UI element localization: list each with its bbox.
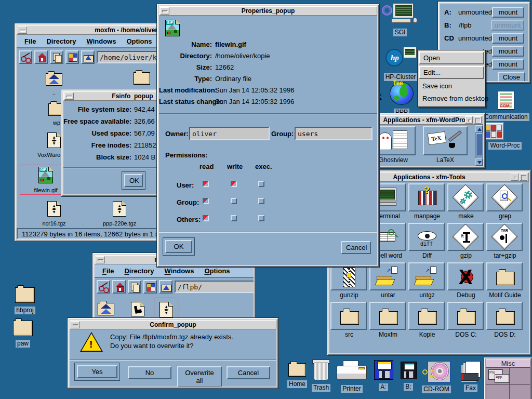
iconify-button[interactable]: [465, 116, 473, 124]
mount-button[interactable]: mount: [492, 46, 524, 57]
mount-button[interactable]: mount: [492, 33, 524, 44]
file-icon[interactable]: [131, 302, 144, 316]
path-input[interactable]: [175, 281, 254, 293]
menu-item[interactable]: Directory: [124, 267, 154, 275]
menu-item[interactable]: File: [102, 267, 114, 275]
perm-group-write-checkbox[interactable]: [231, 198, 237, 204]
desktop-icon-fax[interactable]: Fax: [457, 361, 484, 392]
context-menu-item[interactable]: Save icon: [419, 81, 484, 91]
menu-item[interactable]: Options: [204, 267, 230, 275]
group-field[interactable]: [295, 127, 373, 140]
up-directory-button[interactable]: [81, 50, 95, 64]
app-button[interactable]: Motif Guide: [486, 262, 524, 299]
file-item-folder[interactable]: [125, 72, 158, 87]
scroll-up-arrow[interactable]: [475, 125, 483, 132]
up-directory-button[interactable]: [159, 280, 172, 294]
desktop-icon-word-proc[interactable]: Word-Proc: [483, 123, 527, 150]
app-button[interactable]: Debug: [447, 262, 485, 299]
app-button[interactable]: gunzip: [330, 262, 368, 299]
context-menu-item[interactable]: Edit...: [419, 66, 484, 79]
context-menu-item[interactable]: Remove from desktop: [419, 93, 484, 104]
perm-others-read-checkbox[interactable]: [203, 215, 209, 221]
perm-user-read-checkbox[interactable]: [203, 181, 209, 187]
titlebar[interactable]: Confirm_popup: [70, 320, 276, 329]
ok-button[interactable]: OK: [124, 174, 143, 187]
window-menu-button[interactable]: [96, 256, 105, 263]
app-button[interactable]: manpage: [408, 183, 446, 220]
desktop-icon-floppy-b[interactable]: B:: [395, 362, 422, 391]
scroll-down-arrow[interactable]: [475, 158, 483, 166]
desktop-icon-printer[interactable]: Printer: [335, 361, 369, 393]
perm-others-write-checkbox[interactable]: [231, 215, 237, 221]
desktop-icon-ppp[interactable]: PPP: [389, 82, 415, 116]
menu-item[interactable]: Windows: [165, 267, 194, 275]
overwrite-all-button[interactable]: Overwrite all: [177, 366, 222, 387]
app-button[interactable]: Moxfm: [369, 302, 407, 338]
cancel-button[interactable]: Cancel: [341, 241, 371, 254]
window-menu-button[interactable]: [18, 26, 27, 34]
app-button[interactable]: untgz: [408, 262, 446, 299]
cancel-button[interactable]: Cancel: [227, 366, 270, 379]
scroll-thumb[interactable]: [476, 134, 482, 155]
app-button[interactable]: make: [447, 183, 485, 220]
window-menu-button[interactable]: [160, 7, 169, 15]
windows-button[interactable]: [143, 280, 157, 294]
copy-button[interactable]: [128, 280, 141, 294]
perm-user-write-checkbox[interactable]: [231, 181, 237, 187]
perm-user-exec-checkbox[interactable]: [258, 181, 264, 187]
perm-others-exec-checkbox[interactable]: [258, 215, 264, 221]
up-folder-icon[interactable]: [98, 303, 114, 315]
file-item-ncr16[interactable]: ncr16.tgz: [37, 201, 71, 227]
app-button[interactable]: src: [330, 302, 368, 338]
menu-item[interactable]: File: [24, 37, 36, 45]
window-menu-button[interactable]: [64, 92, 74, 100]
home-button[interactable]: [34, 50, 48, 64]
file-item-filewin[interactable]: filewin.gif: [29, 167, 62, 193]
copy-button[interactable]: [50, 50, 63, 64]
desktop-icon-communication[interactable]: Communication: [481, 91, 531, 121]
menu-item[interactable]: Options: [126, 37, 152, 45]
maximize-button[interactable]: [474, 116, 482, 124]
titlebar[interactable]: Properties_popup: [159, 6, 377, 16]
titlebar[interactable]: Applications - xfm-WordProc: [369, 115, 483, 125]
perm-group-exec-checkbox[interactable]: [258, 198, 264, 204]
window-menu-button[interactable]: [71, 321, 80, 328]
mount-button[interactable]: unmount: [491, 20, 524, 31]
app-button[interactable]: grep: [486, 183, 524, 220]
no-button[interactable]: No: [128, 366, 171, 379]
app-button[interactable]: gzip: [447, 223, 485, 259]
titlebar[interactable]: Misc: [486, 359, 530, 367]
app-button[interactable]: DOS D:: [486, 302, 524, 338]
desktop-icon-paw[interactable]: paw: [7, 321, 38, 348]
windows-button[interactable]: [65, 50, 79, 64]
home-button[interactable]: [112, 280, 126, 294]
perm-group-read-checkbox[interactable]: [203, 198, 209, 204]
mount-button[interactable]: mount: [492, 59, 524, 70]
tgz-file-icon[interactable]: [159, 302, 173, 317]
scrollbar[interactable]: [475, 125, 483, 166]
app-button[interactable]: tar+gzip: [486, 223, 524, 259]
mount-button[interactable]: mount: [492, 7, 524, 18]
context-menu-item[interactable]: Open: [419, 51, 484, 64]
close-button[interactable]: Close: [498, 72, 525, 82]
find-button[interactable]: [97, 280, 110, 294]
app-button[interactable]: untar: [369, 262, 407, 299]
file-item-ppp220e[interactable]: ppp-220e.tgz: [103, 201, 136, 227]
desktop-icon-cdrom[interactable]: CD-ROM: [421, 361, 452, 393]
menu-item[interactable]: Directory: [46, 37, 76, 45]
maximize-button[interactable]: [520, 174, 527, 181]
app-button[interactable]: DOS C:: [447, 302, 485, 338]
app-button[interactable]: Diff: [408, 223, 446, 259]
desktop-icon-hp-cluster[interactable]: HP-Cluster: [383, 47, 418, 81]
app-button[interactable]: Kopie: [408, 302, 446, 338]
owner-field[interactable]: [189, 127, 270, 140]
mini-window-app[interactable]: App: [495, 374, 509, 383]
ok-button[interactable]: OK: [165, 240, 192, 253]
desktop-icon-trash[interactable]: Trash: [305, 360, 337, 392]
desktop-icon-sgi[interactable]: SGI: [381, 3, 419, 36]
app-button[interactable]: LaTeX: [423, 126, 468, 164]
desktop-icon-floppy-a[interactable]: A:: [369, 360, 398, 391]
iconify-button[interactable]: [511, 174, 518, 181]
yes-button[interactable]: Yes: [77, 365, 117, 378]
menu-item[interactable]: Windows: [87, 37, 116, 45]
